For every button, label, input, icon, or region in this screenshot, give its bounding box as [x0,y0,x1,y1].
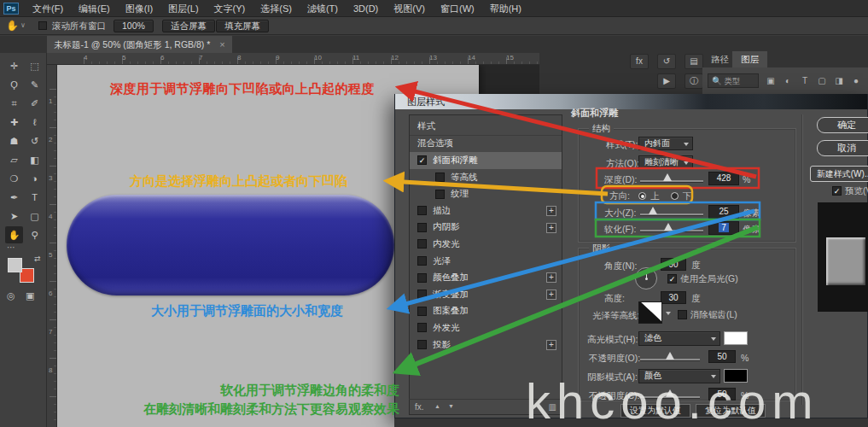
anti-alias-checkbox[interactable] [678,310,687,319]
tool-preset-caret-icon[interactable]: ∨ [20,21,26,29]
style-item-checkbox[interactable] [435,173,445,182]
menu-item-0[interactable]: 文件(F) [25,0,71,17]
menu-item-7[interactable]: 3D(D) [346,0,386,17]
menu-item-8[interactable]: 视图(V) [386,0,433,17]
panel-info-icon[interactable]: ⓘ [684,73,703,89]
tab-layers[interactable]: 图层 [732,51,767,67]
depth-value-field[interactable]: 428 [708,172,739,185]
highlight-mode-dropdown[interactable]: 滤色 [638,331,720,346]
angle-value-field[interactable]: 90 [661,258,686,271]
style-item-10[interactable]: 外发光 [410,319,562,336]
soften-slider-thumb[interactable] [664,223,673,231]
panel-history-icon[interactable]: ↺ [657,54,676,69]
style-item-5[interactable]: 内发光 [410,236,562,253]
blending-options-item[interactable]: 混合选项 [410,136,562,153]
move-tool[interactable]: ✛ [5,57,23,74]
hand-tool-icon[interactable]: ✋ [6,20,19,32]
filter-toggle-icon[interactable]: ● [849,75,863,87]
contour-dropdown-arrow-icon[interactable] [666,312,671,315]
brush-tool[interactable]: ℓ [26,114,44,131]
scroll-all-windows-checkbox[interactable] [38,21,47,30]
new-style-button[interactable]: 新建样式(W)... [810,166,868,182]
preview-checkbox[interactable]: ✓ [832,186,842,196]
fx-icon[interactable]: fx. [415,402,424,412]
global-light-checkbox[interactable]: ✓ [667,274,677,284]
filter-adjustment-layers-icon[interactable]: ◐ [781,75,795,87]
gloss-contour-picker[interactable] [638,301,662,324]
menu-item-5[interactable]: 选择(S) [253,0,300,17]
highlight-opacity-field[interactable]: 50 [708,350,736,363]
depth-slider[interactable] [640,180,703,182]
fill-screen-button[interactable]: 填充屏幕 [216,20,269,32]
angle-dial[interactable] [635,267,657,290]
technique-dropdown[interactable]: 雕刻清晰 [638,155,693,169]
style-item-checkbox[interactable] [417,340,427,349]
filter-shape-layers-icon[interactable]: ▢ [815,75,829,87]
history-brush-tool[interactable]: ↺ [26,132,44,149]
healing-brush-tool[interactable]: ✚ [5,114,23,131]
dialog-title-bar[interactable]: 图层样式 [395,94,867,109]
style-item-checkbox[interactable] [417,307,427,316]
swap-colors-icon[interactable]: ⇄ [34,254,41,263]
bevel-style-dropdown[interactable]: 内斜面 [638,137,693,150]
style-item-checkbox[interactable] [417,290,427,299]
expand-attributes-button[interactable]: + [546,223,556,233]
direction-up-radio[interactable] [638,192,646,200]
gradient-tool[interactable]: ◧ [26,151,44,168]
style-item-checkbox[interactable] [417,239,427,249]
shape-tool[interactable]: ▢ [26,208,44,225]
style-item-checkbox[interactable] [417,206,427,215]
style-item-checkbox[interactable] [417,273,427,283]
eraser-tool[interactable]: ▱ [5,151,23,168]
document-tab[interactable]: 未标题-1 @ 50% (圆角矩形 1, RGB/8) * × [47,36,232,53]
filter-smart-objects-icon[interactable]: ◨ [832,75,846,87]
layer-filter-type-dropdown[interactable]: 🔍 类型 [708,73,759,88]
style-item-6[interactable]: 光泽 [410,253,562,270]
menu-item-2[interactable]: 图像(I) [118,0,160,17]
panel-properties-icon[interactable]: ▤ [684,54,703,69]
expand-attributes-button[interactable]: + [546,340,556,350]
close-tab-icon[interactable]: × [219,39,224,50]
style-item-4[interactable]: 内阴影+ [410,219,562,237]
filter-type-layers-icon[interactable]: T [798,75,812,87]
style-item-0[interactable]: ✓斜面和浮雕 [410,152,562,169]
menu-item-6[interactable]: 滤镜(T) [300,0,346,17]
menu-item-10[interactable]: 帮助(H) [482,0,529,17]
style-item-8[interactable]: 渐变叠加+ [410,286,562,303]
style-item-1[interactable]: 等高线 [410,169,562,186]
cancel-button[interactable]: 取消 [817,140,868,156]
style-item-2[interactable]: 纹理 [410,185,562,202]
soften-slider[interactable] [640,230,703,231]
menu-item-1[interactable]: 编辑(E) [71,0,118,17]
fit-screen-button[interactable]: 适合屏幕 [162,20,215,32]
highlight-opacity-thumb[interactable] [666,352,674,360]
move-up-icon[interactable]: ▲ [434,403,440,409]
panel-fx-icon[interactable]: fx [630,54,649,69]
style-item-11[interactable]: 投影+ [410,336,562,354]
foreground-color-swatch[interactable] [8,258,22,272]
expand-attributes-button[interactable]: + [546,290,556,300]
dodge-tool[interactable]: ◑ [26,170,44,187]
style-item-checkbox[interactable] [417,256,427,266]
more-tools-icon[interactable]: ⋯ [7,243,15,252]
soften-value-field[interactable]: 7 [708,221,739,235]
screen-mode-icon[interactable]: ▣ [26,290,34,301]
size-value-field[interactable]: 25 [708,205,739,219]
ok-button[interactable]: 确定 [817,117,868,133]
path-selection-tool[interactable]: ➤ [5,208,23,225]
move-down-icon[interactable]: ▼ [448,403,454,409]
menu-item-3[interactable]: 图层(L) [160,0,206,17]
direction-down-radio[interactable] [671,192,679,200]
size-slider-thumb[interactable] [649,207,657,214]
zoom-tool[interactable]: ⚲ [26,226,44,243]
style-item-checkbox[interactable] [417,323,427,332]
hand-tool[interactable]: ✋ [5,226,23,243]
marquee-tool[interactable]: ⬚ [26,57,44,74]
style-item-checkbox[interactable] [435,190,445,199]
clone-stamp-tool[interactable]: ☗ [5,132,23,149]
rounded-rectangle-shape[interactable] [67,195,394,295]
style-item-9[interactable]: 图案叠加 [410,303,562,320]
quick-mask-icon[interactable]: ◎ [7,290,15,301]
menu-item-4[interactable]: 文字(Y) [207,0,253,17]
zoom-100-button[interactable]: 100% [114,20,154,32]
